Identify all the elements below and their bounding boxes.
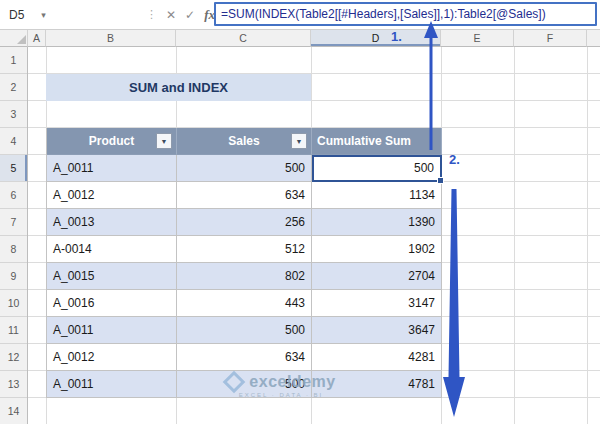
cell-product[interactable]: A_0016 <box>47 290 177 317</box>
cell-product[interactable]: A_0013 <box>47 209 177 236</box>
cell-cumulative[interactable]: 3147 <box>312 290 442 317</box>
gridline <box>587 47 588 424</box>
table-header-product[interactable]: Product ▼ <box>47 128 177 155</box>
exceldemy-watermark: exceldemy EXCEL · DATA · BI <box>196 373 366 398</box>
select-all-triangle-icon <box>17 35 26 44</box>
table-row: A_0013 256 1390 <box>47 209 442 236</box>
cell-cumulative[interactable]: 1390 <box>312 209 442 236</box>
table-row: A_0016 443 3147 <box>47 290 442 317</box>
row-header-11[interactable]: 11 <box>0 317 27 344</box>
table-row: A_0011 500 500 <box>47 155 442 182</box>
cell-cumulative[interactable]: 1134 <box>312 182 442 209</box>
column-header-d[interactable]: D <box>311 30 441 47</box>
header-cumulative-label: Cumulative Sum <box>317 134 411 148</box>
select-all-corner[interactable] <box>0 30 28 47</box>
row-header-7[interactable]: 7 <box>0 209 27 236</box>
table-row: A_0015 802 2704 <box>47 263 442 290</box>
chevron-down-icon[interactable]: ▾ <box>41 10 46 20</box>
column-header-filler <box>587 30 600 47</box>
row-header-14[interactable]: 14 <box>0 398 27 424</box>
table-row: A_0011 500 3647 <box>47 317 442 344</box>
filter-button[interactable]: ▼ <box>291 133 307 149</box>
title-banner-text: SUM and INDEX <box>129 80 228 95</box>
column-header-b[interactable]: B <box>46 30 176 47</box>
row-header-9[interactable]: 9 <box>0 263 27 290</box>
cell-sales[interactable]: 443 <box>177 290 312 317</box>
cell-cumulative[interactable]: 1902 <box>312 236 442 263</box>
row-header-13[interactable]: 13 <box>0 371 27 398</box>
formula-input[interactable]: =SUM(INDEX(Table2[[#Headers],[Sales]],1)… <box>214 2 597 26</box>
cell-sales[interactable]: 802 <box>177 263 312 290</box>
cell-cumulative[interactable]: 2704 <box>312 263 442 290</box>
table-header-row: Product ▼ Sales ▼ Cumulative Sum <box>47 128 442 155</box>
column-headers: A B C D E F <box>0 30 600 47</box>
title-banner-cell[interactable]: SUM and INDEX <box>46 74 311 101</box>
cell-sales[interactable]: 634 <box>177 182 312 209</box>
active-cell-d5[interactable]: 500 <box>312 155 442 182</box>
cell-product[interactable]: A_0011 <box>47 155 177 182</box>
formula-bar: D5 ▾ ⋮ ✕ ✓ fx =SUM(INDEX(Table2[[#Header… <box>0 0 600 30</box>
row-headers: 1 2 3 4 5 6 7 8 9 10 11 12 13 14 <box>0 47 28 424</box>
cell-sales[interactable]: 256 <box>177 209 312 236</box>
row-header-10[interactable]: 10 <box>0 290 27 317</box>
header-product-label: Product <box>89 134 134 148</box>
cell-product[interactable]: A_0011 <box>47 317 177 344</box>
row-header-8[interactable]: 8 <box>0 236 27 263</box>
formula-bar-buttons: ⋮ ✕ ✓ fx <box>146 0 215 29</box>
name-box-value: D5 <box>9 8 24 22</box>
cancel-icon[interactable]: ✕ <box>166 8 176 22</box>
chevron-down-icon: ▼ <box>296 138 303 145</box>
header-sales-label: Sales <box>228 134 259 148</box>
cell-cumulative[interactable]: 3647 <box>312 317 442 344</box>
row-header-6[interactable]: 6 <box>0 182 27 209</box>
excel-table: Product ▼ Sales ▼ Cumulative Sum A_0011 … <box>46 128 442 398</box>
cell-sales[interactable]: 500 <box>177 155 312 182</box>
cell-cumulative[interactable]: 4281 <box>312 344 442 371</box>
column-header-a[interactable]: A <box>28 30 46 47</box>
cell-product[interactable]: A_0015 <box>47 263 177 290</box>
excel-window: D5 ▾ ⋮ ✕ ✓ fx =SUM(INDEX(Table2[[#Header… <box>0 0 600 424</box>
table-header-cumulative[interactable]: Cumulative Sum <box>312 128 442 155</box>
cell-sales[interactable]: 512 <box>177 236 312 263</box>
column-header-e[interactable]: E <box>441 30 514 47</box>
cell-grid: SUM and INDEX Product ▼ Sales ▼ Cumulati… <box>28 47 600 424</box>
cell-product[interactable]: A-0014 <box>47 236 177 263</box>
row-header-12[interactable]: 12 <box>0 344 27 371</box>
splitter-icon: ⋮ <box>146 8 157 21</box>
row-header-3[interactable]: 3 <box>0 101 27 128</box>
table-row: A_0012 634 1134 <box>47 182 442 209</box>
enter-icon[interactable]: ✓ <box>185 8 195 22</box>
formula-text: =SUM(INDEX(Table2[[#Headers],[Sales]],1)… <box>221 7 546 21</box>
chevron-down-icon: ▼ <box>161 138 168 145</box>
table-row: A_0012 634 4281 <box>47 344 442 371</box>
row-header-5[interactable]: 5 <box>0 155 27 182</box>
diamond-logo-icon <box>223 371 246 394</box>
cell-product[interactable]: A_0011 <box>47 371 177 398</box>
filter-button[interactable]: ▼ <box>156 133 172 149</box>
row-header-1[interactable]: 1 <box>0 47 27 74</box>
cell-sales[interactable]: 634 <box>177 344 312 371</box>
watermark-tagline: EXCEL · DATA · BI <box>196 392 366 398</box>
name-box[interactable]: D5 ▾ <box>0 0 46 29</box>
row-header-2[interactable]: 2 <box>0 74 27 101</box>
cell-sales[interactable]: 500 <box>177 317 312 344</box>
cell-product[interactable]: A_0012 <box>47 182 177 209</box>
gridline <box>514 47 515 424</box>
worksheet: A B C D E F 1 2 3 4 5 6 7 8 9 10 11 12 1… <box>0 30 600 424</box>
column-header-f[interactable]: F <box>514 30 587 47</box>
cell-product[interactable]: A_0012 <box>47 344 177 371</box>
table-header-sales[interactable]: Sales ▼ <box>177 128 312 155</box>
column-header-c[interactable]: C <box>176 30 311 47</box>
watermark-brand: exceldemy <box>249 373 335 391</box>
table-row: A-0014 512 1902 <box>47 236 442 263</box>
row-header-4[interactable]: 4 <box>0 128 27 155</box>
